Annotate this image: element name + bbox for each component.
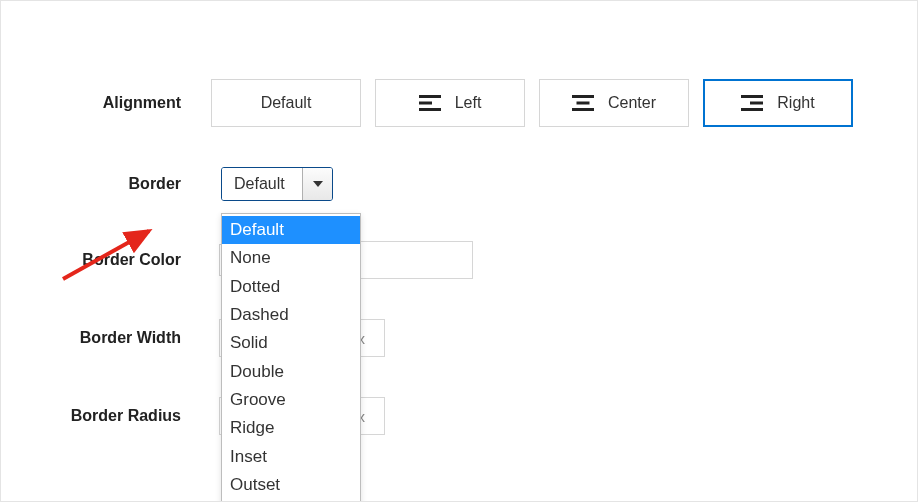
svg-rect-8 — [741, 108, 763, 111]
alignment-center-text: Center — [608, 94, 656, 112]
dropdown-arrow-button[interactable] — [302, 168, 332, 200]
border-style-option[interactable]: Outset — [222, 471, 360, 499]
alignment-right-button[interactable]: Right — [703, 79, 853, 127]
border-style-option[interactable]: Groove — [222, 386, 360, 414]
svg-rect-1 — [419, 102, 432, 105]
alignment-default-text: Default — [261, 94, 312, 112]
border-style-select[interactable]: Default — [221, 167, 333, 201]
chevron-down-icon — [313, 181, 323, 187]
alignment-options: Default Left Center Right — [211, 79, 867, 127]
border-control: Default — [211, 167, 867, 201]
svg-rect-6 — [741, 95, 763, 98]
alignment-left-button[interactable]: Left — [375, 79, 525, 127]
border-style-option[interactable]: Dashed — [222, 301, 360, 329]
align-left-icon — [419, 94, 441, 112]
border-radius-label: Border Radius — [31, 407, 211, 425]
border-color-label: Border Color — [31, 251, 211, 269]
border-style-option[interactable]: Default — [222, 216, 360, 244]
alignment-row: Alignment Default Left Center — [31, 79, 867, 127]
border-style-option[interactable]: None — [222, 244, 360, 272]
alignment-left-text: Left — [455, 94, 482, 112]
border-radius-row: Border Radius px — [31, 397, 867, 435]
align-center-icon — [572, 94, 594, 112]
border-style-option[interactable]: Inset — [222, 443, 360, 471]
svg-rect-7 — [750, 102, 763, 105]
svg-rect-4 — [576, 102, 589, 105]
border-width-label: Border Width — [31, 329, 211, 347]
alignment-right-text: Right — [777, 94, 814, 112]
border-style-option[interactable]: Dotted — [222, 273, 360, 301]
alignment-default-button[interactable]: Default — [211, 79, 361, 127]
border-style-option[interactable]: Double — [222, 358, 360, 386]
border-style-value: Default — [222, 168, 302, 200]
border-style-option-list[interactable]: DefaultNoneDottedDashedSolidDoubleGroove… — [221, 213, 361, 502]
style-panel: Alignment Default Left Center — [0, 0, 918, 502]
alignment-label: Alignment — [31, 94, 211, 112]
svg-rect-2 — [419, 108, 441, 111]
border-row: Border Default — [31, 167, 867, 201]
alignment-center-button[interactable]: Center — [539, 79, 689, 127]
svg-rect-5 — [572, 108, 594, 111]
svg-rect-3 — [572, 95, 594, 98]
border-color-row: Border Color — [31, 241, 867, 279]
border-width-row: Border Width px — [31, 319, 867, 357]
border-style-option[interactable]: Solid — [222, 329, 360, 357]
border-style-option[interactable]: Ridge — [222, 414, 360, 442]
border-label: Border — [31, 175, 211, 193]
svg-rect-0 — [419, 95, 441, 98]
align-right-icon — [741, 94, 763, 112]
